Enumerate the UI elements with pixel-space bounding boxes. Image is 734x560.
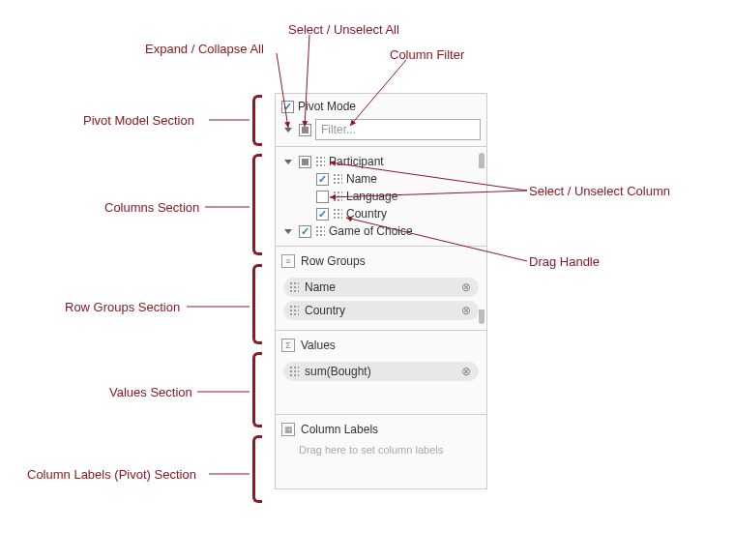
scrollbar[interactable] [479,153,484,240]
values-icon: Σ [281,339,295,352]
column-group-participant: Participant [281,153,475,170]
remove-icon[interactable]: ⊗ [459,280,473,294]
column-select-name[interactable] [316,173,329,186]
anno-columns-section: Columns Section [104,200,199,215]
remove-icon[interactable]: ⊗ [459,365,473,378]
annotation-bracket [252,154,262,255]
drag-handle-icon[interactable] [333,173,342,186]
row-group-pill-country[interactable]: Country ⊗ [283,301,479,320]
annotation-bracket [252,352,262,427]
select-all-checkbox[interactable] [299,124,311,136]
row-group-pill-name[interactable]: Name ⊗ [283,278,479,297]
column-select-country[interactable] [316,208,329,221]
drag-handle-icon[interactable] [289,305,299,317]
chevron-down-icon[interactable] [281,155,295,168]
group-select-gameofchoice[interactable] [299,225,311,238]
drag-handle-icon[interactable] [289,281,299,294]
anno-pivot-section: Pivot Model Section [83,113,194,128]
column-label: Language [346,190,397,203]
drag-handle-icon[interactable] [315,225,325,238]
drag-handle-icon[interactable] [289,366,299,378]
row-groups-header: ≡ Row Groups [281,252,481,274]
pill-label: Name [305,280,454,294]
column-group-gameofchoice: Game of Choice [281,222,475,240]
drag-handle-icon[interactable] [333,191,342,203]
column-labels-icon: ▦ [281,423,295,436]
columns-section: Participant Name Language Country Game o… [276,147,486,247]
drag-handle-icon[interactable] [315,156,325,168]
pivot-mode-row: Pivot Mode [281,100,481,113]
column-filter-input[interactable] [315,119,481,140]
column-item-country: Country [281,205,475,222]
drag-handle-icon[interactable] [333,208,342,221]
column-item-language: Language [281,188,475,205]
column-labels-title: Column Labels [301,423,378,436]
anno-drag-handle: Drag Handle [529,254,600,269]
anno-values-section: Values Section [109,385,192,399]
columns-toolbar [281,119,481,140]
annotation-bracket [252,95,262,146]
column-label: Name [346,172,377,186]
anno-expand-collapse: Expand / Collapse All [145,42,264,56]
anno-column-labels-section: Column Labels (Pivot) Section [27,467,196,482]
annotation-bracket [252,435,262,503]
column-item-name: Name [281,170,475,188]
column-group-label: Participant [329,155,384,168]
values-title: Values [301,339,336,352]
column-select-language[interactable] [316,191,329,203]
expand-collapse-all-button[interactable] [281,123,295,136]
column-label: Country [346,207,387,221]
row-groups-title: Row Groups [301,254,366,268]
anno-select-column: Select / Unselect Column [529,184,670,198]
pill-label: sum(Bought) [305,365,454,378]
column-labels-section: ▦ Column Labels Drag here to set column … [276,415,486,488]
row-groups-section: ≡ Row Groups Name ⊗ Country ⊗ [276,247,486,331]
annotation-bracket [252,264,262,344]
values-section: Σ Values sum(Bought) ⊗ [276,331,486,415]
value-pill-sum-bought[interactable]: sum(Bought) ⊗ [283,362,479,381]
column-labels-drop-hint[interactable]: Drag here to set column labels [281,442,481,459]
chevron-down-icon[interactable] [281,224,295,238]
pivot-mode-section: Pivot Mode [276,94,486,147]
column-labels-header: ▦ Column Labels [281,421,481,442]
column-group-label: Game of Choice [329,224,413,238]
pill-label: Country [305,304,454,317]
remove-icon[interactable]: ⊗ [459,304,473,317]
scrollbar[interactable] [479,252,484,324]
pivot-mode-label: Pivot Mode [298,100,356,113]
anno-select-all: Select / Unselect All [288,22,399,37]
values-header: Σ Values [281,337,481,358]
group-select-participant[interactable] [299,156,311,168]
anno-row-groups-section: Row Groups Section [65,300,180,314]
pivot-mode-checkbox[interactable] [281,101,294,113]
row-groups-icon: ≡ [281,254,295,268]
anno-column-filter: Column Filter [390,47,464,62]
column-tool-panel: Pivot Mode Participant Name Language [275,93,487,489]
